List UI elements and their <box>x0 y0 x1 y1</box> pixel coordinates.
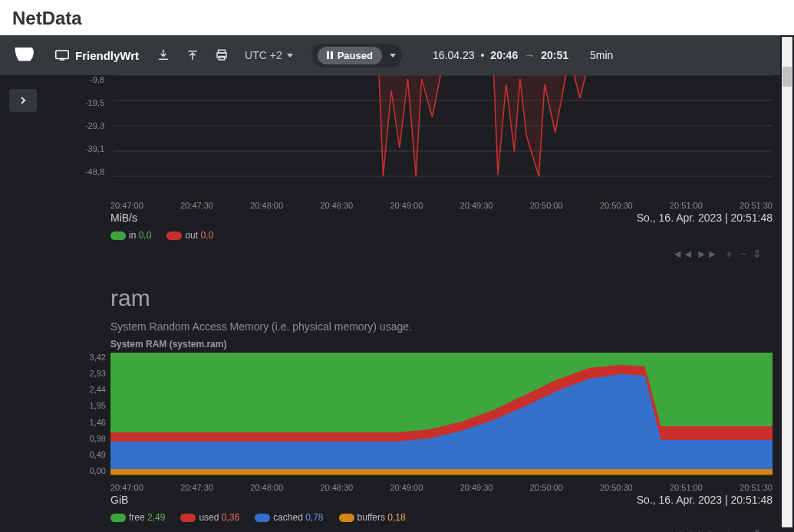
ram-unit: GiB <box>110 494 128 506</box>
chevron-down-icon <box>287 54 293 57</box>
monitor-icon <box>55 50 69 61</box>
legend-free[interactable]: free 2,49 <box>110 512 165 523</box>
svg-rect-11 <box>110 469 773 475</box>
ytick: -19,5 <box>68 98 104 107</box>
timezone-select[interactable]: UTC +2 <box>245 49 293 61</box>
xtick: 20:49:30 <box>460 483 493 492</box>
legend-in[interactable]: in 0,0 <box>110 230 151 241</box>
net-chart-controls[interactable]: ◄◄ ►► ＋ − ⇕ <box>672 248 762 261</box>
xtick: 20:48:00 <box>250 201 283 210</box>
range-label: 5min <box>590 49 613 61</box>
xtick: 20:50:00 <box>530 201 563 210</box>
ytick: 1,46 <box>68 418 106 427</box>
from-time: 20:46 <box>490 49 518 61</box>
ram-timestamp: So., 16. Apr. 2023 | 20:51:48 <box>637 494 773 506</box>
ytick: 3,42 <box>68 353 106 362</box>
date-label: 16.04.23 <box>433 49 475 61</box>
ytick: 0,49 <box>68 450 106 459</box>
net-x-axis: 20:47:00 20:47:30 20:48:00 20:48:30 20:4… <box>68 198 773 210</box>
arrow-right-icon: → <box>524 49 535 61</box>
net-legend: in 0,0 out 0,0 <box>68 224 773 241</box>
ram-section-desc: System Random Access Memory (i.e. physic… <box>68 320 773 337</box>
ytick: -9,8 <box>68 75 104 84</box>
xtick: 20:48:30 <box>320 483 353 492</box>
xtick: 20:51:30 <box>740 201 773 210</box>
ram-chart-controls[interactable]: ◄◄ ►► ＋ − ⇕ <box>68 523 773 532</box>
svg-rect-0 <box>56 51 69 59</box>
netdata-logo[interactable] <box>8 38 41 72</box>
xtick: 20:49:30 <box>460 201 493 210</box>
net-y-axis: -9,8 -19,5 -29,3 -39,1 -48,8 <box>68 75 104 176</box>
xtick: 20:50:00 <box>530 483 563 492</box>
xtick: 20:47:30 <box>180 483 213 492</box>
ytick: -48,8 <box>68 167 104 176</box>
xtick: 20:50:30 <box>600 483 633 492</box>
app-frame: FriendlyWrt UTC +2 Paused 16.04.23 • 20:… <box>0 35 794 532</box>
net-plot <box>68 75 773 184</box>
upload-button[interactable] <box>182 44 203 66</box>
page-title: NetData <box>0 0 794 35</box>
chevron-right-icon <box>19 97 27 104</box>
xtick: 20:47:00 <box>110 201 143 210</box>
timezone-label: UTC +2 <box>245 49 282 61</box>
legend-used[interactable]: used 0,36 <box>180 512 239 523</box>
xtick: 20:49:00 <box>390 483 423 492</box>
logo-icon <box>13 44 36 67</box>
legend-cached[interactable]: cached 0,78 <box>255 512 323 523</box>
xtick: 20:48:30 <box>320 201 353 210</box>
node-name: FriendlyWrt <box>75 49 139 62</box>
net-timestamp: So., 16. Apr. 2023 | 20:51:48 <box>637 212 773 224</box>
download-button[interactable] <box>153 44 174 66</box>
pause-icon <box>327 51 333 59</box>
main-content: -9,8 -19,5 -29,3 -39,1 -48,8 20:47:00 <box>68 75 773 532</box>
vertical-scrollbar[interactable] <box>782 37 792 527</box>
network-chart[interactable]: -9,8 -19,5 -29,3 -39,1 -48,8 20:47:00 <box>68 75 773 241</box>
ram-section-heading: ram <box>68 255 773 320</box>
upload-icon <box>186 48 199 62</box>
ram-plot <box>110 353 773 480</box>
time-range-display[interactable]: 16.04.23 • 20:46 → 20:51 <box>433 49 568 61</box>
ytick: -29,3 <box>68 121 104 130</box>
download-icon <box>156 48 170 62</box>
ram-legend: free 2,49 used 0,36 cached 0,78 buffers … <box>68 506 773 523</box>
dot: • <box>480 49 484 61</box>
ytick: -39,1 <box>68 144 104 153</box>
xtick: 20:51:30 <box>740 483 773 492</box>
xtick: 20:47:30 <box>180 201 213 210</box>
print-button[interactable] <box>211 44 232 66</box>
ram-x-axis: 20:47:00 20:47:30 20:48:00 20:48:30 20:4… <box>68 480 773 492</box>
xtick: 20:49:00 <box>390 201 423 210</box>
legend-buffers[interactable]: buffers 0,18 <box>339 512 406 523</box>
net-unit: MiB/s <box>110 212 137 224</box>
ytick: 0,00 <box>68 466 106 475</box>
topbar: FriendlyWrt UTC +2 Paused 16.04.23 • 20:… <box>0 35 780 75</box>
xtick: 20:50:30 <box>600 201 633 210</box>
xtick: 20:51:00 <box>670 201 703 210</box>
xtick: 20:51:00 <box>670 483 703 492</box>
ram-y-axis: 3,42 2,93 2,44 1,95 1,46 0,98 0,49 0,00 <box>68 353 106 475</box>
sidebar-expand-button[interactable] <box>9 89 37 112</box>
pause-button[interactable]: Paused <box>318 47 382 64</box>
ram-subtitle: System RAM (system.ram) <box>68 337 773 353</box>
to-time: 20:51 <box>541 49 568 61</box>
ytick: 1,95 <box>68 401 106 410</box>
xtick: 20:47:00 <box>110 483 143 492</box>
node-selector[interactable]: FriendlyWrt <box>55 49 139 62</box>
ytick: 2,93 <box>68 369 106 378</box>
pause-menu-caret[interactable] <box>390 54 396 57</box>
legend-out[interactable]: out 0,0 <box>166 230 213 241</box>
ytick: 2,44 <box>68 385 106 394</box>
ram-chart[interactable]: 3,42 2,93 2,44 1,95 1,46 0,98 0,49 0,00 <box>68 353 773 532</box>
play-pause-control: Paused <box>311 44 402 67</box>
pause-label: Paused <box>338 50 373 61</box>
xtick: 20:48:00 <box>250 483 283 492</box>
print-icon <box>215 48 229 62</box>
ytick: 0,98 <box>68 434 106 443</box>
scroll-thumb[interactable] <box>782 67 792 87</box>
